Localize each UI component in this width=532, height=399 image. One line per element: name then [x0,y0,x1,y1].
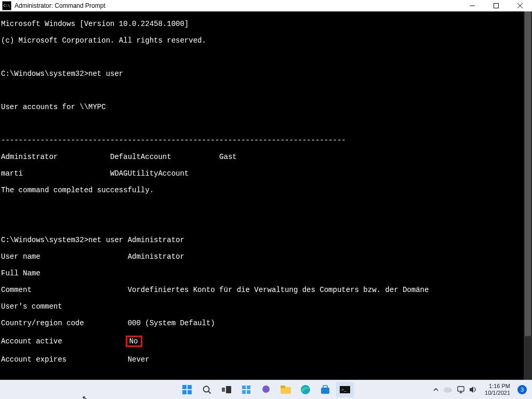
success-line: The command completed successfully. [0,186,524,194]
prompt-line: C:\Windows\system32>net user Administrat… [0,236,524,244]
svg-rect-18 [281,385,285,388]
taskbar[interactable]: >_ 1:16 PM 10/1/2021 3 [0,380,532,399]
window-title: Administrator: Command Prompt [15,2,105,9]
svg-rect-26 [458,387,464,391]
svg-line-9 [208,391,211,394]
titlebar[interactable]: C:\ Administrator: Command Prompt [0,0,532,12]
minimize-button[interactable] [460,0,484,11]
svg-rect-12 [242,385,246,389]
account-name: marti [1,169,23,178]
svg-point-25 [444,388,448,391]
volume-icon[interactable] [469,386,477,393]
maximize-button[interactable] [484,0,508,11]
accounts-row: marti WDAGUtilityAccount [0,169,524,178]
cmd-icon: C:\ [2,1,11,10]
field-line: Account expires Never [0,355,524,364]
rule-line: ----------------------------------------… [0,136,524,144]
accounts-row: Administrator DefaultAccount Gast [0,153,524,161]
terminal-icon[interactable]: >_ [336,382,354,397]
account-name: WDAGUtilityAccount [110,169,189,178]
svg-rect-1 [494,4,499,8]
svg-marker-29 [470,387,473,393]
console-output[interactable]: Microsoft Windows [Version 10.0.22458.10… [0,11,524,380]
chevron-up-icon[interactable] [433,387,439,393]
svg-rect-21 [323,385,327,388]
field-line: User's comment [0,302,524,311]
banner-line: Microsoft Windows [Version 10.0.22458.10… [0,20,524,28]
field-line: Comment Vordefiniertes Konto für die Ver… [0,286,524,294]
svg-rect-7 [188,390,192,394]
close-button[interactable] [508,0,532,11]
account-name: DefaultAccount [110,153,171,161]
file-explorer-icon[interactable] [277,382,295,397]
blank-line [0,203,524,211]
svg-rect-13 [247,385,250,389]
blank-line [0,86,524,95]
start-button[interactable] [178,382,196,397]
field-line: Account active No [0,336,524,347]
account-name: Administrator [1,153,58,161]
field-line: User name Administrator [0,252,524,261]
system-tray[interactable]: 1:16 PM 10/1/2021 3 [433,383,532,396]
console-area[interactable]: Microsoft Windows [Version 10.0.22458.10… [0,11,532,380]
chat-icon[interactable] [257,382,275,397]
search-icon[interactable] [198,382,216,397]
blank-line [0,53,524,61]
svg-text:>_: >_ [341,387,347,392]
field-line: Country/region code 000 (System Default) [0,319,524,327]
taskbar-center: >_ [178,382,354,397]
scroll-thumb[interactable] [525,11,531,336]
svg-rect-4 [182,385,187,389]
blank-line [0,119,524,128]
widgets-icon[interactable] [237,382,255,397]
taskbar-clock[interactable]: 1:16 PM 10/1/2021 [485,383,510,396]
svg-rect-14 [242,390,246,394]
account-name: Gast [219,153,237,161]
clock-date: 10/1/2021 [485,390,510,396]
field-line: Full Name [0,269,524,277]
blank-line [0,219,524,228]
svg-rect-5 [188,385,192,389]
svg-point-16 [262,385,270,393]
edge-icon[interactable] [297,382,314,397]
svg-rect-11 [226,386,231,393]
svg-point-8 [204,387,209,392]
cmd-window: C:\ Administrator: Command Prompt Micros… [0,0,532,399]
vertical-scrollbar[interactable] [524,11,532,380]
blank-line [0,372,524,380]
banner-line: (c) Microsoft Corporation. All rights re… [0,36,524,45]
onedrive-icon[interactable] [443,387,453,393]
notification-badge[interactable]: 3 [517,385,527,394]
svg-rect-6 [182,390,187,394]
store-icon[interactable] [316,382,334,397]
prompt-line: C:\Windows\system32>net user [0,70,524,78]
svg-rect-15 [247,390,250,394]
svg-rect-10 [222,388,225,392]
network-icon[interactable] [457,386,465,393]
output-line: User accounts for \\MYPC [0,103,524,111]
highlight-account-active: No [126,336,143,347]
task-view-icon[interactable] [218,382,235,397]
clock-time: 1:16 PM [489,383,510,390]
